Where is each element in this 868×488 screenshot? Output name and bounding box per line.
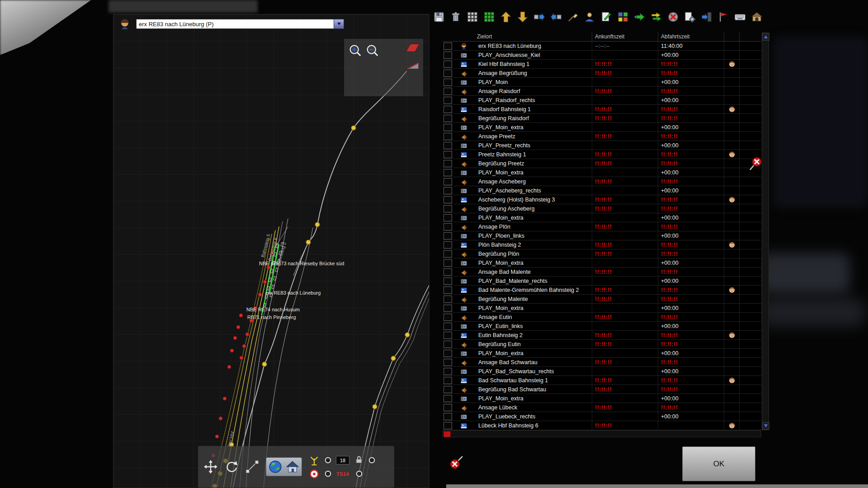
scroll-up-button[interactable] [762,33,769,41]
schedule-row[interactable]: PLAY_Moin_extra +00:00 [443,394,761,403]
zoom-in-button[interactable] [348,43,363,59]
delete-cursor-icon[interactable] [747,156,763,172]
schedule-row[interactable]: Ansage Begrüßung !!:!!:!! !!:!!:!! [443,69,761,78]
row-selector-checkbox[interactable] [443,187,452,194]
schedule-row[interactable]: PLAY_Moin_extra +00:00 [443,349,761,358]
schedule-row[interactable]: Begrüßung Raisdorf !!:!!:!! !!:!!:!! [443,114,761,123]
row-selector-checkbox[interactable] [443,341,452,348]
schedule-row[interactable]: Begrüßung Bad Schwartau !!:!!:!! !!:!!:!… [443,385,761,394]
row-selector-checkbox[interactable] [443,214,452,221]
toolbar-grid-cells-button[interactable] [481,10,497,24]
toolbar-add-contact-button[interactable] [582,10,597,24]
row-selector-checkbox[interactable] [443,106,452,113]
toolbar-depot-button[interactable] [749,10,764,24]
catenary-toggle-button[interactable] [309,455,320,466]
delete-cursor-icon-2[interactable] [448,454,465,470]
toolbar-insert-route-button[interactable] [632,10,647,24]
schedule-row[interactable]: PLAY_Raisdorf_rechts +00:00 [443,96,761,105]
schedule-row[interactable]: Lübeck Hbf Bahnsteig 6 !!:!!:!! [443,421,761,430]
row-selector-checkbox[interactable] [443,268,452,276]
row-selector-checkbox[interactable] [443,305,452,312]
row-selector-checkbox[interactable] [443,404,452,411]
row-selector-checkbox[interactable] [443,151,452,158]
schedule-row[interactable]: Ansage Preetz !!:!!:!! !!:!!:!! [443,132,761,141]
toolbar-exit-button[interactable] [699,10,714,24]
row-selector-checkbox[interactable] [443,422,452,429]
schedule-row[interactable]: Ansage Ascheberg !!:!!:!! !!:!!:!! [443,177,761,186]
schedule-row[interactable]: PLAY_Moin_extra +00:00 [443,213,761,222]
schedule-row[interactable]: Preetz Bahnsteig 1 !!:!!:!! !!:!!:!! [443,150,761,159]
schedule-row[interactable]: PLAY_Bad_Malente_rechts +00:00 [443,277,761,286]
horizontal-scrollbar[interactable] [443,430,761,437]
schedule-row[interactable]: Ascheberg (Holst) Bahnsteig 3 !!:!!:!! !… [443,195,761,204]
row-selector-checkbox[interactable] [443,359,452,366]
row-selector-checkbox[interactable] [443,42,452,50]
horizontal-scroll-thumb[interactable] [443,431,451,437]
toolbar-flag-button[interactable] [716,10,731,24]
schedule-row[interactable]: Begrüßung Preetz !!:!!:!! !!:!!:!! [443,159,761,168]
rotate-tool-button[interactable] [224,460,239,474]
toolbar-swap-route-button[interactable] [649,10,664,24]
row-selector-checkbox[interactable] [443,277,452,285]
globe-view-button[interactable] [268,460,283,474]
vertical-scrollbar[interactable] [762,33,769,430]
schedule-row[interactable]: Begrüßung Ascheberg !!:!!:!! !!:!!:!! [443,204,761,213]
schedule-row[interactable]: Ansage Bad Malente !!:!!:!! !!:!!:!! [443,267,761,277]
toolbar-grid-rows-button[interactable] [465,10,480,24]
row-selector-checkbox[interactable] [443,52,452,59]
toolbar-brush-button[interactable] [565,10,580,24]
combobox-dropdown-button[interactable] [334,19,344,28]
row-selector-checkbox[interactable] [443,241,452,249]
radio-option-1[interactable] [325,457,331,464]
track-map-panel[interactable]: NBE (RE)73 nach Rieseby Brücke süd erx R… [113,14,429,488]
schedule-row[interactable]: PLAY_Moin_extra +00:00 [443,304,761,313]
schedule-row[interactable]: Eutin Bahnsteig 2 !!:!!:!! !!:!!:!! [443,331,761,340]
radio-option-2[interactable] [368,457,375,464]
toolbar-remove-route-button[interactable] [665,10,681,24]
signal-toggle-button[interactable] [309,469,319,479]
row-selector-checkbox[interactable] [443,386,452,393]
toolbar-shift-left-button[interactable] [548,10,564,24]
row-selector-checkbox[interactable] [443,323,452,330]
gradient-tool-button[interactable] [405,42,420,53]
toolbar-keyboard-button[interactable] [732,10,748,24]
row-selector-checkbox[interactable] [443,115,452,122]
row-selector-checkbox[interactable] [443,124,452,131]
schedule-row[interactable]: Bad Malente-Gremsmühlen Bahnsteig 2 !!:!… [443,286,761,295]
schedule-row[interactable]: Bad Schwartau Bahnsteig 1 !!:!!:!! !!:!!… [443,376,761,385]
row-selector-checkbox[interactable] [443,205,452,212]
schedule-row[interactable]: Ansage Bad Schwartau !!:!!:!! !!:!!:!! [443,358,761,367]
schedule-row[interactable]: PLAY_Moin_extra +00:00 [443,168,761,177]
schedule-row[interactable]: PLAY_Ascheberg_rechts +00:00 [443,186,761,195]
schedule-row[interactable]: PLAY_Eutin_links +00:00 [443,322,761,331]
schedule-row[interactable]: PLAY_Moin_extra +00:00 [443,123,761,132]
row-selector-checkbox[interactable] [443,178,452,185]
slope-tool-button[interactable] [407,61,420,70]
schedule-row[interactable]: Plön Bahnsteig 2 !!:!!:!! !!:!!:!! [443,240,761,249]
row-selector-checkbox[interactable] [443,133,452,140]
schedule-row[interactable]: erx RE83 nach Lüneburg --:--:-- 11:40:00 [443,42,761,51]
row-selector-checkbox[interactable] [443,142,452,149]
row-selector-checkbox[interactable] [443,97,452,104]
row-selector-checkbox[interactable] [443,196,452,203]
schedule-row[interactable]: PLAY_Preetz_rechts +00:00 [443,141,761,150]
row-selector-checkbox[interactable] [443,286,452,294]
route-selector-combobox[interactable]: erx RE83 nach Lüneburg (P) [136,19,344,29]
toolbar-move-up-button[interactable] [498,10,514,24]
toolbar-move-down-button[interactable] [515,10,530,24]
toolbar-edit-route-button[interactable] [599,10,614,24]
radio-option-4[interactable] [356,470,363,477]
grid-size-input[interactable]: 18 [336,456,349,465]
row-selector-checkbox[interactable] [443,314,452,321]
row-selector-checkbox[interactable] [443,232,452,239]
row-selector-checkbox[interactable] [443,259,452,267]
toolbar-grid-color-button[interactable] [615,10,631,24]
schedule-row[interactable]: Raisdorf Bahnsteig 1 !!:!!:!! !!:!!:!! [443,105,761,114]
row-selector-checkbox[interactable] [443,160,452,167]
row-selector-checkbox[interactable] [443,395,452,402]
toolbar-shift-right-button[interactable] [532,10,547,24]
row-selector-checkbox[interactable] [443,223,452,230]
toolbar-save-button[interactable] [431,10,447,24]
schedule-row[interactable]: PLAY_Bad_Schwartau_rechts +00:00 [443,367,761,376]
home-view-button[interactable] [285,460,300,474]
